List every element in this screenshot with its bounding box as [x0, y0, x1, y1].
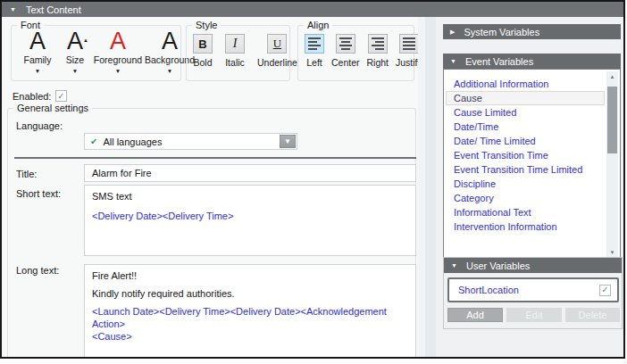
list-scrollbar[interactable]: ▲ ▼	[606, 71, 618, 258]
user-variable-checkbox[interactable]: ✓	[599, 285, 611, 296]
user-variable-row[interactable]: ShortLocation ✓	[447, 277, 619, 302]
list-item[interactable]: Event Transition Time Limited	[446, 162, 605, 177]
edit-button[interactable]: Edit	[506, 308, 562, 322]
long-text-line: Fire Alert!!	[92, 269, 408, 282]
font-size-button[interactable]: A▲ Size ▼	[58, 29, 92, 74]
italic-label: Italic	[225, 57, 245, 68]
add-button[interactable]: Add	[447, 308, 503, 322]
font-family-button[interactable]: A Family ▼	[17, 29, 58, 74]
underline-label: Underline	[257, 57, 297, 68]
align-group: Align Left Center Right Justify	[297, 25, 414, 81]
background-color-icon: A	[162, 29, 178, 53]
enabled-label: Enabled:	[13, 91, 51, 102]
font-size-label: Size	[66, 54, 84, 65]
list-item[interactable]: Date/ Time Limited	[446, 134, 605, 148]
align-left-label: Left	[306, 57, 322, 68]
title-input[interactable]: Alarm for Fire	[84, 164, 416, 182]
foreground-color-button[interactable]: A Foreground ▼	[92, 29, 144, 74]
chevron-down-icon[interactable]: ▼	[115, 68, 121, 74]
chevron-down-icon[interactable]: ▼	[35, 68, 40, 74]
expanded-arrow-icon[interactable]: ▼	[451, 262, 457, 269]
chevron-down-icon: ▼	[284, 138, 291, 145]
event-variables-header[interactable]: ▼ Event Variables	[443, 54, 621, 69]
foreground-color-icon: A	[110, 29, 126, 53]
list-item-selected[interactable]: Cause	[446, 91, 605, 105]
chevron-down-icon[interactable]: ▼	[72, 68, 78, 74]
collapsed-arrow-icon[interactable]: ▶	[450, 29, 455, 35]
check-icon: ✓	[601, 285, 608, 294]
align-center-icon	[339, 37, 352, 50]
bold-icon: B	[198, 37, 206, 51]
variables-panel: ▶ System Variables ▼ Event Variables Add…	[436, 17, 623, 357]
size-caret-icon: ▲	[83, 29, 88, 52]
language-dropdown-button[interactable]: ▼	[280, 135, 296, 148]
event-variables-title: Event Variables	[465, 56, 533, 67]
system-variables-header[interactable]: ▶ System Variables	[443, 24, 621, 39]
align-center-label: Center	[331, 57, 360, 68]
long-text-input[interactable]: Fire Alert!! Kindly notify required auth…	[84, 264, 416, 357]
bold-label: Bold	[193, 57, 212, 68]
underline-button[interactable]: U	[267, 34, 287, 54]
italic-icon: I	[233, 37, 238, 51]
align-group-label: Align	[304, 19, 332, 32]
scroll-up-icon[interactable]: ▲	[606, 71, 618, 82]
align-left-icon	[308, 37, 321, 50]
font-family-label: Family	[24, 54, 52, 65]
long-text-line: Kindly notify required authorities.	[92, 287, 408, 300]
collapse-icon[interactable]: ▼	[10, 6, 16, 12]
user-variables-header[interactable]: ▼ User Variables	[444, 258, 622, 273]
expanded-arrow-icon[interactable]: ▼	[450, 58, 456, 64]
user-variables-section: ▼ User Variables ShortLocation ✓ Add Edi…	[443, 257, 623, 329]
list-item[interactable]: Additional Information	[446, 77, 605, 91]
enabled-checkbox[interactable]: ✓	[55, 90, 67, 102]
short-text-input[interactable]: SMS text <Delivery Date><Delivery Time>	[84, 185, 416, 256]
long-text-label: Long text:	[16, 265, 59, 276]
list-item[interactable]: Date/Time	[446, 120, 605, 134]
general-settings-label: General settings	[13, 102, 92, 115]
language-value: All languages	[103, 136, 162, 147]
style-group: Style B Bold I Italic U Underline	[186, 25, 290, 81]
chevron-down-icon[interactable]: ▼	[167, 68, 172, 74]
panel-divider	[425, 17, 436, 357]
language-check-icon: ✔	[90, 136, 97, 146]
long-text-tokens: <Cause>	[92, 330, 408, 343]
font-family-icon: A	[29, 29, 46, 53]
short-text-line: SMS text	[92, 190, 408, 203]
short-text-label: Short text:	[16, 188, 61, 199]
editor-panel: Font A Family ▼ A▲ Size ▼ A Foreground ▼	[2, 17, 425, 357]
titlebar[interactable]: ▼ Text Content	[2, 2, 623, 17]
align-right-label: Right	[367, 57, 389, 68]
list-item[interactable]: Intervention Information	[446, 219, 605, 234]
align-right-icon	[372, 37, 384, 50]
align-left-button[interactable]	[305, 34, 324, 54]
page-title: Text Content	[26, 4, 81, 15]
language-dropdown[interactable]: ✔ All languages ▼	[84, 133, 297, 150]
bold-button[interactable]: B	[193, 34, 213, 54]
delete-button[interactable]: Delete	[565, 308, 620, 322]
foreground-label: Foreground	[94, 54, 142, 65]
text-content-window: ▼ Text Content Font A Family ▼ A▲ Size ▼…	[0, 0, 625, 359]
align-center-button[interactable]	[336, 34, 355, 54]
language-label: Language:	[16, 120, 63, 131]
left-panel-scrollbar[interactable]	[418, 17, 425, 357]
font-group: Font A Family ▼ A▲ Size ▼ A Foreground ▼	[11, 25, 181, 81]
font-size-icon: A▲	[67, 29, 83, 53]
long-text-tokens: <Launch Date><Delivery Time><Delivery Da…	[92, 305, 408, 330]
list-item[interactable]: Cause Limited	[446, 105, 605, 120]
event-variables-list: Additional Information Cause Cause Limit…	[443, 69, 621, 261]
list-item[interactable]: Informational Text	[446, 205, 605, 219]
italic-button[interactable]: I	[225, 34, 245, 54]
underline-icon: U	[273, 37, 281, 51]
list-item[interactable]: Category	[446, 191, 605, 205]
user-variables-title: User Variables	[466, 261, 530, 271]
user-variable-name: ShortLocation	[458, 285, 599, 295]
title-label: Title:	[16, 169, 37, 179]
title-value: Alarm for Fire	[92, 168, 152, 178]
align-justify-icon	[403, 37, 415, 50]
align-right-button[interactable]	[368, 34, 388, 54]
list-item[interactable]: Discipline	[446, 177, 605, 191]
align-justify-button[interactable]	[399, 34, 419, 54]
scrollbar-thumb[interactable]	[607, 87, 617, 153]
check-icon: ✓	[57, 92, 64, 101]
list-item[interactable]: Event Transition Time	[446, 148, 605, 162]
